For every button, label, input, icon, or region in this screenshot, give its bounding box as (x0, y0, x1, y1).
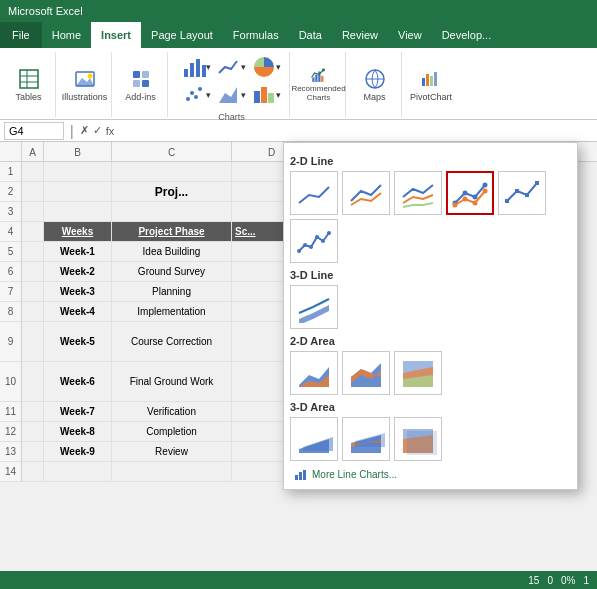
chart-line-markers[interactable] (446, 171, 494, 215)
row-num-9: 9 (0, 322, 22, 362)
cell-7c[interactable]: Planning (112, 282, 232, 302)
chart-line-stacked-markers[interactable] (498, 171, 546, 215)
title-bar: Microsoft Excel (0, 0, 597, 22)
row-num-10: 10 (0, 362, 22, 402)
cell-14c[interactable] (112, 462, 232, 482)
status-page: 1 (583, 575, 589, 586)
cell-8a[interactable] (22, 302, 44, 322)
svg-rect-33 (434, 72, 437, 86)
cell-14b[interactable] (44, 462, 112, 482)
cell-13c[interactable]: Review (112, 442, 232, 462)
pie-chart-button[interactable]: ▾ (250, 54, 283, 80)
cell-3c[interactable] (112, 202, 232, 222)
recommended-charts-button[interactable]: RecommendedCharts (303, 67, 335, 103)
cell-5a[interactable] (22, 242, 44, 262)
cell-5c[interactable]: Idea Building (112, 242, 232, 262)
cell-4a[interactable] (22, 222, 44, 242)
cell-1a[interactable] (22, 162, 44, 182)
more-line-charts-button[interactable]: More Line Charts... (290, 465, 571, 483)
chart-line-stacked[interactable] (342, 171, 390, 215)
chart-row-3d-line (290, 285, 571, 329)
tables-button[interactable]: Tables (13, 67, 45, 103)
tab-insert[interactable]: Insert (91, 22, 141, 48)
other-chart-button[interactable]: ▾ (250, 82, 283, 108)
cell-9a[interactable] (22, 322, 44, 362)
cell-12c[interactable]: Completion (112, 422, 232, 442)
cell-reference-input[interactable] (4, 122, 64, 140)
cell-13b[interactable]: Week-9 (44, 442, 112, 462)
row-num-11: 11 (0, 402, 22, 422)
cell-2c[interactable]: Proj... (112, 182, 232, 202)
svg-rect-10 (142, 80, 149, 87)
cell-13a[interactable] (22, 442, 44, 462)
cell-10c[interactable]: Final Ground Work (112, 362, 232, 402)
row-num-2: 2 (0, 182, 22, 202)
chart-area-3d-100[interactable] (394, 417, 442, 461)
tab-data[interactable]: Data (289, 22, 332, 48)
svg-point-36 (473, 195, 478, 200)
tab-develop[interactable]: Develop... (432, 22, 502, 48)
cell-11c[interactable]: Verification (112, 402, 232, 422)
chart-line-basic[interactable] (290, 171, 338, 215)
formula-input[interactable] (122, 125, 593, 137)
cell-7a[interactable] (22, 282, 44, 302)
cell-2b[interactable] (44, 182, 112, 202)
tab-view[interactable]: View (388, 22, 432, 48)
chart-area-100[interactable] (394, 351, 442, 395)
chart-icon-small (294, 467, 308, 481)
svg-rect-30 (422, 78, 425, 86)
chart-area-3d-stacked[interactable] (342, 417, 390, 461)
charts-group-label: Charts (180, 112, 283, 122)
svg-rect-69 (299, 472, 302, 480)
maps-button[interactable]: Maps (359, 67, 391, 103)
cell-4b[interactable]: Weeks (44, 222, 112, 242)
addins-button[interactable]: Add-ins (125, 67, 157, 103)
cell-9c[interactable]: Course Correction (112, 322, 232, 362)
cell-3b[interactable] (44, 202, 112, 222)
status-count: 15 (528, 575, 539, 586)
cell-7b[interactable]: Week-3 (44, 282, 112, 302)
tab-page-layout[interactable]: Page Layout (141, 22, 223, 48)
line-chart-button[interactable]: ▾ (215, 54, 248, 80)
cell-8b[interactable]: Week-4 (44, 302, 112, 322)
tab-formulas[interactable]: Formulas (223, 22, 289, 48)
cell-6a[interactable] (22, 262, 44, 282)
cell-1b[interactable] (44, 162, 112, 182)
cell-6b[interactable]: Week-2 (44, 262, 112, 282)
cell-1c[interactable] (112, 162, 232, 182)
cell-9b[interactable]: Week-5 (44, 322, 112, 362)
illustrations-button[interactable]: Illustrations (69, 67, 101, 103)
cell-6c[interactable]: Ground Survey (112, 262, 232, 282)
cell-11a[interactable] (22, 402, 44, 422)
chart-area-stacked[interactable] (342, 351, 390, 395)
cell-10a[interactable] (22, 362, 44, 402)
cell-11b[interactable]: Week-7 (44, 402, 112, 422)
cell-2a[interactable] (22, 182, 44, 202)
area-chart-button[interactable]: ▾ (215, 82, 248, 108)
cell-12b[interactable]: Week-8 (44, 422, 112, 442)
cell-4c[interactable]: Project Phase (112, 222, 232, 242)
tab-home[interactable]: Home (42, 22, 91, 48)
chart-line-small[interactable] (290, 219, 338, 263)
cell-3a[interactable] (22, 202, 44, 222)
cell-14a[interactable] (22, 462, 44, 482)
tab-file[interactable]: File (0, 22, 42, 48)
cell-12a[interactable] (22, 422, 44, 442)
chart-area-3d[interactable] (290, 417, 338, 461)
bar-chart-button[interactable]: ▾ (180, 54, 213, 80)
section-3d-line-title: 3-D Line (290, 269, 571, 281)
scatter-chart-button[interactable]: ▾ (180, 82, 213, 108)
row-num-4: 4 (0, 222, 22, 242)
pivotchart-button[interactable]: PivotChart (415, 67, 447, 103)
cell-10b[interactable]: Week-6 (44, 362, 112, 402)
svg-rect-20 (254, 91, 260, 103)
chart-row-3d-area (290, 417, 571, 461)
svg-point-35 (463, 191, 468, 196)
cell-8c[interactable]: Implementation (112, 302, 232, 322)
chart-line-3d[interactable] (290, 285, 338, 329)
cell-5b[interactable]: Week-1 (44, 242, 112, 262)
chart-line-100-stacked[interactable] (394, 171, 442, 215)
svg-point-37 (483, 183, 488, 188)
tab-review[interactable]: Review (332, 22, 388, 48)
chart-area-basic[interactable] (290, 351, 338, 395)
